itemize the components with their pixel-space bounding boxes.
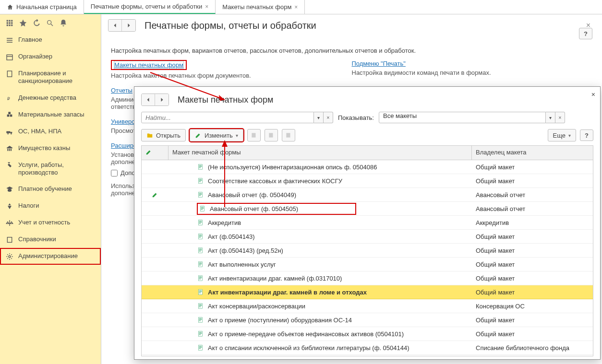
svg-rect-64 <box>199 291 202 291</box>
sidebar-item-ruble[interactable]: ₽Денежные средства <box>0 90 101 106</box>
search-input[interactable] <box>141 112 314 123</box>
menu-icon <box>6 36 13 44</box>
col-edited[interactable] <box>142 146 169 160</box>
table-row[interactable]: (Не используется) Инвентаризационная опи… <box>142 160 593 174</box>
svg-rect-49 <box>199 236 202 236</box>
svg-rect-36 <box>199 193 202 194</box>
sidebar-item-calendar[interactable]: Органайзер <box>0 48 101 65</box>
sidebar-item-boxes[interactable]: Материальные запасы <box>0 106 101 123</box>
link-descr: Настройка макетов печатных форм документ… <box>111 72 352 79</box>
table-row[interactable]: Акт (ф.0504143) (ред.52н)Общий макет <box>142 244 593 258</box>
sidebar-item-label: Планирование и санкционирование <box>18 70 95 85</box>
tab-print-forms[interactable]: Печатные формы, отчеты и обработки × <box>84 0 216 14</box>
dropdown-button[interactable]: ▾ <box>314 112 324 123</box>
table-row[interactable]: Акт (ф.0504143)Общий макет <box>142 230 593 244</box>
close-icon[interactable]: × <box>590 89 597 100</box>
sidebar-item-eagle[interactable]: Налоги <box>0 198 101 214</box>
svg-rect-48 <box>199 235 202 235</box>
templates-table: Макет печатной формы Владелец макета (Не… <box>141 145 593 356</box>
additional-checkbox[interactable] <box>111 170 118 176</box>
tab-label: Начальная страница <box>16 3 77 11</box>
sidebar-item-tools[interactable]: Услуги, работы, производство <box>0 157 101 181</box>
back-button[interactable] <box>108 20 122 31</box>
sidebar-item-truck[interactable]: ОС, НМА, НПА <box>0 123 101 140</box>
table-row[interactable]: Авансовый отчет (ф. 0504505)Авансовый от… <box>142 202 593 216</box>
table-row[interactable]: Авансовый отчет (ф. 0504049)Авансовый от… <box>142 188 593 202</box>
table-row[interactable]: Акт инвентаризации драг. камней (ф.03170… <box>142 271 593 285</box>
svg-rect-65 <box>199 292 202 292</box>
eagle-icon <box>6 202 13 210</box>
sidebar-item-grad[interactable]: Платное обучение <box>0 181 101 198</box>
col-template[interactable]: Макет печатной формы <box>169 146 472 160</box>
truck-icon <box>6 128 13 136</box>
edited-icon <box>152 191 158 198</box>
template-icon <box>197 177 204 184</box>
sidebar-item-label: Услуги, работы, производство <box>18 161 95 177</box>
link-descr: Настройка видимости команд печати в форм… <box>352 69 593 76</box>
tool-icon-1[interactable] <box>247 129 261 141</box>
svg-rect-69 <box>199 305 202 306</box>
table-row[interactable]: Акт о приеме (поступлении) оборудования … <box>142 313 593 327</box>
template-icon <box>197 330 204 337</box>
col-owner[interactable]: Владелец макета <box>472 146 593 160</box>
svg-rect-2 <box>11 20 12 22</box>
template-icon <box>197 317 204 323</box>
svg-rect-50 <box>199 237 201 237</box>
sidebar-item-menu[interactable]: Главное <box>0 32 101 48</box>
template-icon <box>197 247 204 254</box>
templates-link[interactable]: Макеты печатных форм <box>114 61 184 69</box>
template-icon <box>197 303 204 309</box>
clear-button[interactable]: × <box>324 112 333 123</box>
sidebar-item-bank[interactable]: Имущество казны <box>0 140 101 157</box>
svg-rect-46 <box>199 223 201 223</box>
bell-icon[interactable] <box>60 19 67 27</box>
star-icon[interactable] <box>19 19 27 27</box>
table-row[interactable]: Соответствие кассовых и фактических КОСГ… <box>142 174 593 188</box>
close-icon[interactable]: × <box>294 4 298 11</box>
table-row[interactable]: Акт консервации/расконсервацииКонсерваци… <box>142 299 593 313</box>
sidebar-item-book[interactable]: Справочники <box>0 231 101 248</box>
reports-link[interactable]: Отчеты <box>111 87 132 94</box>
print-submenu-link[interactable]: Подменю "Печать" <box>352 60 406 67</box>
tab-templates[interactable]: Макеты печатных форм × <box>216 0 305 14</box>
boxes-icon <box>6 111 13 119</box>
apps-icon[interactable] <box>6 19 13 27</box>
table-row[interactable]: Акт инвентаризации драг. камней в ломе и… <box>142 285 593 299</box>
table-row[interactable]: Акт о списании исключенной из библиотеки… <box>142 341 593 355</box>
more-button[interactable]: Еще▾ <box>548 129 576 141</box>
help-button[interactable]: ? <box>580 129 593 141</box>
template-icon <box>197 289 204 295</box>
help-button[interactable]: ? <box>579 28 592 39</box>
sidebar-item-scales[interactable]: Учет и отчетность <box>0 214 101 231</box>
dropdown-button[interactable]: ▾ <box>546 112 555 123</box>
tool-icon-3[interactable] <box>282 129 295 141</box>
history-icon[interactable] <box>33 19 40 27</box>
sidebar-item-label: Материальные запасы <box>18 111 84 118</box>
tab-home[interactable]: Начальная страница <box>0 0 84 14</box>
sidebar-item-gear[interactable]: Администрирование <box>0 248 101 265</box>
svg-rect-6 <box>7 24 8 26</box>
open-button[interactable]: Открыть <box>141 129 186 141</box>
tool-icon-2[interactable] <box>265 129 278 141</box>
grad-icon <box>6 186 13 193</box>
show-select[interactable]: Все макеты <box>379 112 546 123</box>
clear-button[interactable]: × <box>555 112 565 123</box>
template-icon <box>197 344 204 351</box>
extensions-link[interactable]: Расшире <box>111 142 137 149</box>
svg-rect-82 <box>199 348 201 349</box>
sidebar-item-doc[interactable]: Планирование и санкционирование <box>0 65 101 90</box>
svg-rect-3 <box>7 23 8 24</box>
forward-button[interactable] <box>122 20 135 31</box>
edit-button[interactable]: Изменить ▾ <box>190 129 243 141</box>
table-row[interactable]: Акт о приеме-передаче объектов нефинансо… <box>142 327 593 341</box>
forward-button[interactable] <box>155 94 169 106</box>
highlight-box: Макеты печатных форм <box>111 60 187 70</box>
home-icon <box>7 4 13 11</box>
search-icon[interactable] <box>46 19 54 27</box>
close-icon[interactable]: × <box>205 3 208 10</box>
svg-rect-22 <box>7 237 12 243</box>
back-button[interactable] <box>142 94 155 106</box>
svg-rect-19 <box>10 132 12 133</box>
table-row[interactable]: Акт выполненных услугОбщий макет <box>142 258 593 271</box>
table-row[interactable]: АккредитивАккредитив <box>142 216 593 230</box>
